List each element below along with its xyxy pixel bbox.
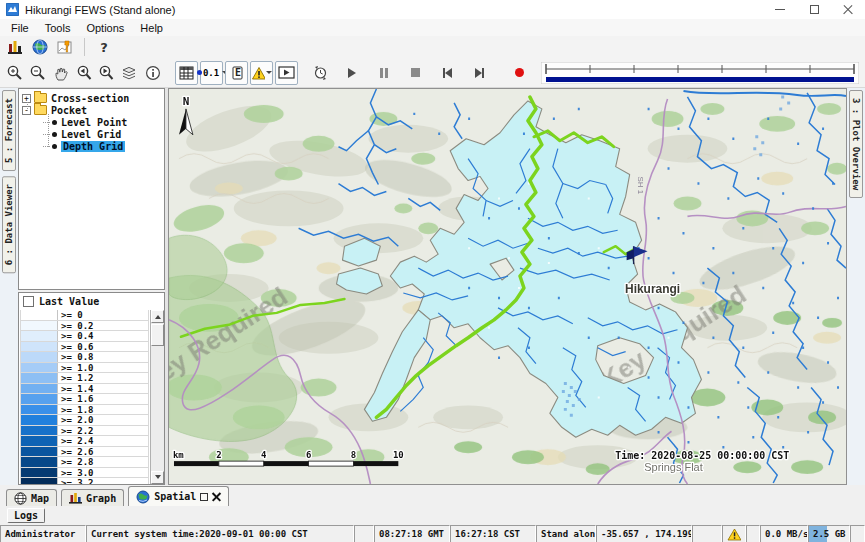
left-tab-strip: 5 : Forecast 6 : Data Viewer <box>0 88 18 485</box>
scroll-up-button[interactable] <box>151 310 164 323</box>
minimize-button[interactable] <box>763 0 797 19</box>
legend-row[interactable]: >= 0.6 <box>20 342 149 353</box>
tab-spatial[interactable]: Spatial <box>128 486 229 506</box>
svg-text:km: km <box>173 450 184 460</box>
tab-forecast[interactable]: 5 : Forecast <box>2 90 16 171</box>
grid-icon <box>179 66 194 80</box>
locality-label: Springs Flat <box>644 461 702 473</box>
menu-tools[interactable]: Tools <box>37 21 79 35</box>
legend-swatch <box>21 436 58 446</box>
animation-settings-button[interactable] <box>309 61 332 85</box>
legend-row[interactable]: >= 1.4 <box>20 384 149 395</box>
legend-swatch <box>21 426 58 436</box>
scroll-down-button[interactable] <box>151 471 164 484</box>
legend-row[interactable]: >= 2.8 <box>20 457 149 468</box>
tree-item-level-point[interactable]: Level Point <box>21 116 162 128</box>
legend-swatch <box>21 321 58 331</box>
last-value-checkbox[interactable] <box>23 296 34 307</box>
play-button[interactable] <box>340 61 363 85</box>
maximize-button[interactable] <box>797 0 831 19</box>
tree-item-label-selected: Depth Grid <box>61 141 125 152</box>
status-warning-cell[interactable] <box>722 525 746 542</box>
legend-scrollbar[interactable] <box>150 310 164 484</box>
step-back-button[interactable] <box>436 61 459 85</box>
legend-value: >= 2.6 <box>58 447 94 457</box>
info-button[interactable] <box>141 61 164 85</box>
bar-chart-icon <box>7 40 23 55</box>
pan-button[interactable] <box>49 61 72 85</box>
labels-button-glyph: E <box>235 67 241 78</box>
legend-row[interactable]: >= 3.0 <box>20 468 149 479</box>
time-slider[interactable] <box>541 62 859 84</box>
map-viewport[interactable]: API Key Required API Key Required <box>168 88 847 485</box>
arrow-up-icon <box>155 312 161 319</box>
help-button[interactable]: ? <box>93 37 115 57</box>
tab-plot-overview[interactable]: 3 : Plot Overview <box>849 90 863 198</box>
legend-swatch <box>21 415 58 425</box>
zoom-in-button[interactable] <box>3 61 26 85</box>
legend-row[interactable]: >= 1.2 <box>20 373 149 384</box>
stop-button[interactable] <box>404 61 427 85</box>
maximize-panel-icon[interactable] <box>200 493 208 501</box>
tab-graph[interactable]: Graph <box>61 489 124 506</box>
close-panel-icon[interactable] <box>212 492 221 501</box>
legend-value: >= 2.0 <box>58 415 94 425</box>
zoom-next-button[interactable] <box>95 61 118 85</box>
legend-row[interactable]: >= 0.4 <box>20 331 149 342</box>
legend-row[interactable]: >= 3.2 <box>20 478 149 484</box>
menu-help[interactable]: Help <box>132 21 171 35</box>
scrollbar-thumb[interactable] <box>151 324 164 346</box>
status-network-rate: 0.0 MB/s <box>760 525 808 542</box>
legend-row[interactable]: >= 1.8 <box>20 405 149 416</box>
tab-spatial-label: Spatial <box>154 491 196 502</box>
zoom-out-button[interactable] <box>26 61 49 85</box>
tree-item-depth-grid-selected[interactable]: Depth Grid <box>21 140 162 152</box>
legend-row[interactable]: >= 2.0 <box>20 415 149 426</box>
wireframe-globe-icon <box>14 492 27 505</box>
legend-row[interactable]: >= 2.4 <box>20 436 149 447</box>
menu-options[interactable]: Options <box>78 21 132 35</box>
tab-data-viewer[interactable]: 6 : Data Viewer <box>2 176 16 273</box>
tree-item-level-grid[interactable]: Level Grid <box>21 128 162 140</box>
animation-panel-button[interactable] <box>275 61 298 85</box>
legend-row[interactable]: >= 1.6 <box>20 394 149 405</box>
pause-button[interactable] <box>372 61 395 85</box>
record-button[interactable] <box>508 61 531 85</box>
warnings-dropdown[interactable] <box>250 61 273 85</box>
legend-row[interactable]: >= 2.2 <box>20 426 149 437</box>
tab-map[interactable]: Map <box>6 489 57 506</box>
legend-row[interactable]: >= 0.8 <box>20 352 149 363</box>
spatial-display-button[interactable] <box>29 37 51 57</box>
legend-row[interactable]: >= 1.0 <box>20 363 149 374</box>
tree-item-label: Cross-section <box>51 93 129 104</box>
time-slider-track <box>541 62 859 84</box>
close-button[interactable] <box>831 0 865 19</box>
legend-row[interactable]: >= 0 <box>20 310 149 321</box>
step-forward-button[interactable] <box>468 61 491 85</box>
tree-item-cross-section[interactable]: + Cross-section <box>21 92 162 104</box>
legend-swatch <box>21 384 58 394</box>
map-toolbar: 0.1 E <box>0 58 865 88</box>
tab-map-label: Map <box>31 493 49 504</box>
menu-file[interactable]: File <box>3 21 37 35</box>
layers-button[interactable] <box>118 61 141 85</box>
folder-icon <box>34 105 47 115</box>
logs-button[interactable]: Logs <box>7 508 45 523</box>
legend-value: >= 1.4 <box>58 384 94 394</box>
road-label: SH 1 <box>636 177 645 195</box>
tab-graph-label: Graph <box>86 493 116 504</box>
zoom-previous-button[interactable] <box>72 61 95 85</box>
threshold-dropdown[interactable]: 0.1 <box>200 61 223 85</box>
legend-row[interactable]: >= 2.6 <box>20 447 149 458</box>
status-local-time: 16:27:18 CST <box>450 525 536 542</box>
explorer-button[interactable] <box>4 37 26 57</box>
status-system-time: Current system time:2020-09-01 00:00 CST <box>86 525 354 542</box>
logs-row: Logs <box>0 506 865 525</box>
legend-value: >= 2.2 <box>58 426 94 436</box>
labels-toggle-button[interactable]: E <box>225 61 248 85</box>
chart-display-button[interactable] <box>54 37 76 57</box>
legend-value: >= 3.2 <box>58 478 94 484</box>
legend-row[interactable]: >= 0.2 <box>20 321 149 332</box>
tree-item-pocket[interactable]: - Pocket <box>21 104 162 116</box>
legend-value: >= 3.0 <box>58 468 94 478</box>
